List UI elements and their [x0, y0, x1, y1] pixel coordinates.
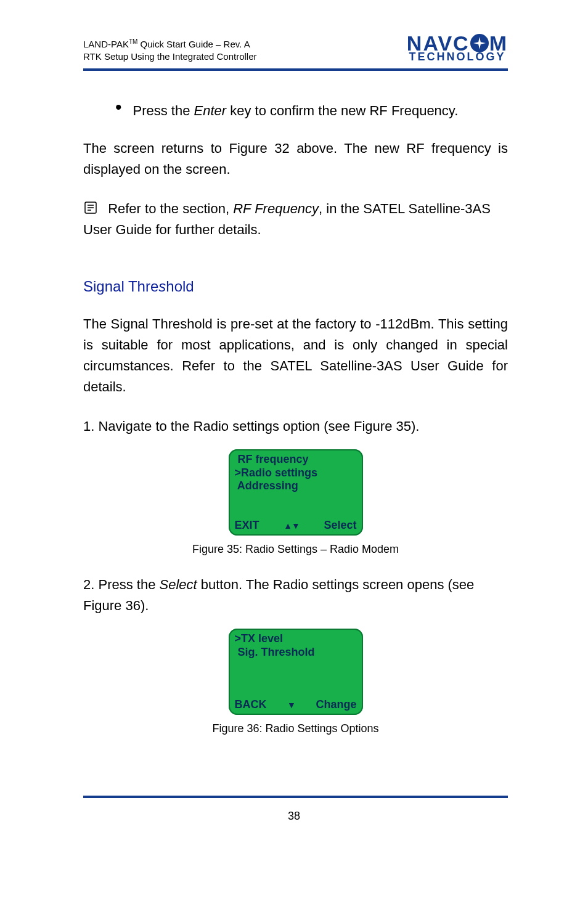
softkey-exit[interactable]: EXIT: [235, 519, 259, 532]
step-2: 2. Press the Select button. The Radio se…: [83, 574, 508, 616]
bullet-text: Press the Enter key to confirm the new R…: [133, 102, 459, 120]
screen2-line2: Sig. Threshold: [235, 646, 357, 659]
note-line: Refer to the section, RF Frequency, in t…: [83, 198, 508, 240]
softkey-change[interactable]: Change: [316, 698, 356, 711]
header-rule: [83, 68, 508, 71]
svg-marker-0: [473, 37, 486, 49]
screen1-line2: >Radio settings: [235, 467, 357, 480]
section-heading-signal-threshold: Signal Threshold: [83, 278, 508, 295]
logo-text-left: NAVC: [407, 34, 470, 53]
paragraph-return: The screen returns to Figure 32 above. T…: [83, 138, 508, 180]
screen2-line1: >TX level: [235, 632, 357, 646]
logo-text-right: M: [489, 34, 508, 53]
logo-subtext: TECHNOLOGY: [409, 52, 505, 62]
step-1: 1. Navigate to the Radio settings option…: [83, 416, 508, 437]
enter-key-label: Enter: [194, 103, 227, 118]
doc-title-line2: RTK Setup Using the Integrated Controlle…: [83, 51, 257, 62]
note-icon: [83, 200, 98, 215]
bullet-icon: •: [115, 102, 122, 113]
compass-star-icon: [470, 34, 489, 52]
doc-title: LAND-PAKTM Quick Start Guide – Rev. A RT…: [83, 34, 257, 63]
softkey-back[interactable]: BACK: [235, 698, 267, 711]
softkey-select[interactable]: Select: [324, 519, 356, 532]
footer-rule: [83, 796, 508, 798]
note-emphasis: RF Frequency: [233, 201, 319, 216]
screen2-spacer: [235, 659, 357, 670]
figure-36-caption: Figure 36: Radio Settings Options: [83, 722, 508, 735]
nav-up-down-icon[interactable]: ▲▼: [284, 521, 300, 531]
page-number: 38: [0, 810, 588, 823]
radio-modem-screen-2: >TX level Sig. Threshold BACK ▼ Change: [229, 629, 363, 715]
screen1-line1: RF frequency: [235, 453, 357, 467]
figure-35-caption: Figure 35: Radio Settings – Radio Modem: [83, 543, 508, 556]
doc-title-line1: LAND-PAKTM Quick Start Guide – Rev. A: [83, 39, 250, 49]
brand-logo: NAVC M TECHNOLOGY: [407, 34, 508, 62]
screen1-line3: Addressing: [235, 479, 357, 493]
bullet-text-a: Press the: [133, 103, 194, 118]
note-text-a: Refer to the section,: [108, 201, 233, 216]
radio-modem-screen-1: RF frequency >Radio settings Addressing …: [229, 449, 363, 536]
select-button-label: Select: [160, 577, 197, 592]
bullet-text-b: key to confirm the new RF Frequency.: [226, 103, 458, 118]
nav-down-icon[interactable]: ▼: [287, 700, 295, 710]
paragraph-threshold: The Signal Threshold is pre-set at the f…: [83, 314, 508, 397]
step2-text-a: 2. Press the: [83, 577, 160, 592]
